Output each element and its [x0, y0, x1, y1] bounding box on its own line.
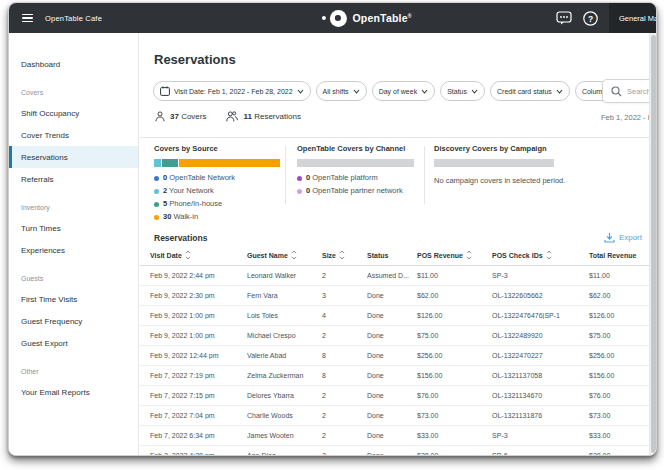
app-window: OpenTable Cafe OpenTable® ? General Mar …	[8, 2, 657, 456]
column-header-size[interactable]: Size	[322, 250, 367, 260]
help-icon[interactable]: ?	[583, 11, 598, 26]
sort-icon[interactable]	[466, 250, 472, 260]
cell-size: 8	[322, 372, 367, 379]
covers-by-source-legend: 0 OpenTable Network2 Your Network5 Phone…	[154, 173, 280, 222]
cell-pos-revenue: $38.00	[417, 452, 492, 455]
cell-visit-date: Feb 9, 2022 2:30 pm	[150, 292, 247, 299]
cell-size: 2	[322, 332, 367, 339]
cell-status: Done	[367, 392, 417, 399]
cell-pos-revenue: $75.00	[417, 332, 492, 339]
table-row[interactable]: Feb 7, 2022 7:04 pmCharlie Woods2Done$73…	[140, 406, 656, 426]
covers-by-campaign-bar	[434, 159, 554, 167]
cell-pos-check-ids: SP-3	[492, 272, 589, 279]
topbar-right: ? General Mar	[556, 3, 656, 33]
export-button[interactable]: Export	[604, 232, 642, 243]
sidebar-item-shift-occupancy[interactable]: Shift Occupancy	[9, 102, 138, 124]
column-header-pos-check-ids[interactable]: POS Check IDs	[492, 250, 589, 260]
sidebar-item-referrals[interactable]: Referrals	[9, 168, 138, 190]
table-row[interactable]: Feb 9, 2022 2:44 pmLeonard Walker2Assume…	[140, 266, 656, 286]
logo-dot-icon	[321, 16, 325, 20]
table-row[interactable]: Feb 2, 2022 4:38 pmAna Diaz2Done$38.00SP…	[140, 446, 656, 455]
cell-size: 4	[322, 312, 367, 319]
sidebar: DashboardCoversShift OccupancyCover Tren…	[9, 33, 139, 455]
table-header-bar: Reservations Export	[154, 232, 642, 243]
cell-total-revenue: $126.00	[589, 312, 656, 319]
sidebar-item-first-time-visits[interactable]: First Time Visits	[9, 288, 138, 310]
table-row[interactable]: Feb 9, 2022 1:00 pmMichael Crespo2Done$7…	[140, 326, 656, 346]
cell-total-revenue: $76.00	[589, 392, 656, 399]
shifts-filter[interactable]: All shifts	[316, 81, 367, 101]
sort-icon[interactable]	[291, 250, 297, 260]
cell-size: 2	[322, 412, 367, 419]
opentable-logo: OpenTable®	[321, 10, 411, 27]
column-header-pos-revenue[interactable]: POS Revenue	[417, 250, 492, 260]
sidebar-item-guest-export[interactable]: Guest Export	[9, 332, 138, 354]
credit-card-status-filter[interactable]: Credit card status	[490, 81, 570, 101]
reservations-stat: 11 Reservations	[226, 111, 300, 122]
sort-icon[interactable]	[546, 250, 552, 260]
cell-visit-date: Feb 7, 2022 7:19 pm	[150, 372, 247, 379]
visit-date-filter[interactable]: Visit Date: Feb 1, 2022 - Feb 28, 2022	[153, 81, 311, 101]
cell-guest-name: Delores Ybarra	[247, 392, 322, 399]
chevron-down-icon	[471, 89, 478, 94]
cell-status: Done	[367, 292, 417, 299]
cell-pos-check-ids: OL-1321134670	[492, 392, 589, 399]
sidebar-item-cover-trends[interactable]: Cover Trends	[9, 124, 138, 146]
cell-pos-check-ids: OL-1321137058	[492, 372, 589, 379]
cell-pos-check-ids: OL-1321131876	[492, 412, 589, 419]
cell-pos-check-ids: OL-1322476476|SP-1	[492, 312, 589, 319]
table-row[interactable]: Feb 7, 2022 6:34 pmJames Wooten2Done$33.…	[140, 426, 656, 446]
search-input[interactable]: Search	[602, 79, 656, 103]
cell-guest-name: Leonard Walker	[247, 272, 322, 279]
people-icon	[226, 111, 238, 122]
cell-status: Done	[367, 372, 417, 379]
column-header-visit-date[interactable]: Visit Date	[150, 250, 247, 260]
cell-pos-check-ids: OL-1322605662	[492, 292, 589, 299]
vertical-scrollbar[interactable]	[649, 33, 656, 455]
status-filter[interactable]: Status	[440, 81, 485, 101]
sort-icon[interactable]	[185, 250, 191, 260]
menu-icon[interactable]	[22, 14, 33, 22]
cell-visit-date: Feb 9, 2022 1:00 pm	[150, 312, 247, 319]
cell-guest-name: Ana Diaz	[247, 452, 322, 455]
cell-size: 2	[322, 392, 367, 399]
cell-total-revenue: $62.00	[589, 292, 656, 299]
table-title: Reservations	[154, 233, 207, 243]
cell-size: 2	[322, 432, 367, 439]
sidebar-item-guest-frequency[interactable]: Guest Frequency	[9, 310, 138, 332]
column-header-guest-name[interactable]: Guest Name	[247, 250, 322, 260]
cell-pos-revenue: $76.00	[417, 392, 492, 399]
table-row[interactable]: Feb 7, 2022 7:19 pmZelma Zuckerman8Done$…	[140, 366, 656, 386]
cell-status: Done	[367, 332, 417, 339]
chevron-down-icon	[297, 89, 304, 94]
cell-guest-name: Valerie Abad	[247, 352, 322, 359]
table-row[interactable]: Feb 9, 2022 12:44 pmValerie Abad8Done$25…	[140, 346, 656, 366]
user-menu[interactable]: General Mar	[609, 3, 656, 33]
calendar-icon	[160, 86, 170, 96]
cell-guest-name: Michael Crespo	[247, 332, 322, 339]
cell-pos-check-ids: SP-3	[492, 432, 589, 439]
covers-by-source-bar	[154, 159, 280, 167]
sidebar-item-reservations[interactable]: Reservations	[9, 146, 138, 168]
day-of-week-filter[interactable]: Day of week	[372, 81, 436, 101]
cell-pos-revenue: $73.00	[417, 412, 492, 419]
chart-title: Discovery Covers by Campaign	[434, 144, 656, 154]
sidebar-item-turn-times[interactable]: Turn Times	[9, 217, 138, 239]
sort-icon[interactable]	[339, 250, 345, 260]
chevron-down-icon	[353, 89, 360, 94]
cell-status: Done	[367, 312, 417, 319]
sidebar-item-your-email-reports[interactable]: Your Email Reports	[9, 381, 138, 403]
table-row[interactable]: Feb 9, 2022 2:30 pmFern Vara3Done$62.00O…	[140, 286, 656, 306]
cell-size: 2	[322, 272, 367, 279]
sidebar-item-experiences[interactable]: Experiences	[9, 239, 138, 261]
column-header-total-revenue: Total Revenue	[589, 252, 656, 259]
person-icon	[155, 111, 165, 122]
sidebar-item-dashboard[interactable]: Dashboard	[9, 53, 138, 75]
legend-dot-icon	[297, 189, 302, 194]
table-row[interactable]: Feb 7, 2022 7:15 pmDelores Ybarra2Done$7…	[140, 386, 656, 406]
feedback-icon[interactable]	[556, 11, 572, 25]
cell-status: Done	[367, 352, 417, 359]
table-row[interactable]: Feb 9, 2022 1:00 pmLois Toles4Done$126.0…	[140, 306, 656, 326]
covers-by-campaign-panel: Discovery Covers by Campaign No campaign…	[434, 144, 656, 185]
scrollbar-thumb[interactable]	[651, 35, 656, 453]
